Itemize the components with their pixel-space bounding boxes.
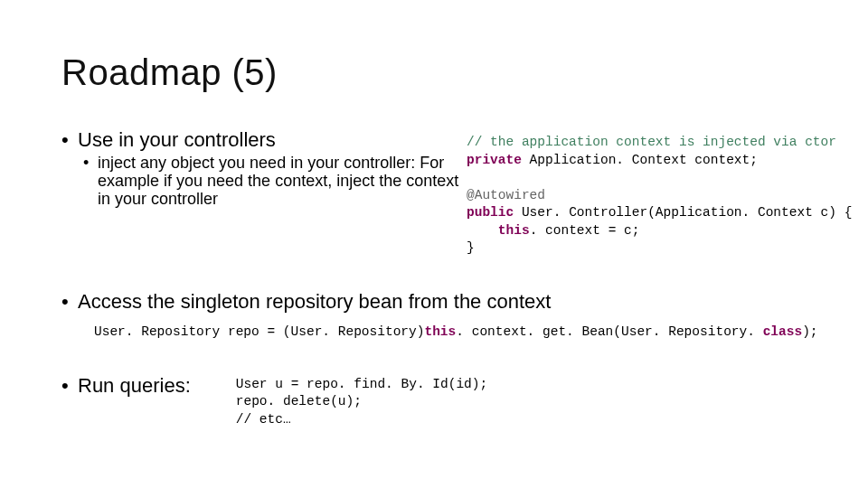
code-text: . context. get. Bean(User. Repository. (456, 324, 762, 339)
left-column: Use in your controllers inject any objec… (61, 128, 459, 258)
bullet-run-queries: Run queries: (61, 374, 191, 397)
code-text: User u = repo. find. By. Id(id); (236, 377, 495, 391)
code-keyword-this: this (424, 324, 456, 339)
code-text: repo. delete(u); (236, 394, 370, 408)
bullet-text: Run queries: (78, 374, 191, 397)
code-comment: // the application context is injected v… (467, 135, 836, 149)
right-column: // the application context is injected v… (467, 128, 852, 258)
code-keyword-this: this (498, 223, 530, 238)
code-text: ); (802, 324, 826, 339)
code-text: // etc… (236, 412, 291, 427)
bullet-text: Use in your controllers (78, 128, 276, 151)
code-annotation: @Autowired (467, 188, 545, 202)
code-text: User. Controller(Application. Context c)… (514, 205, 852, 220)
code-text: context; (694, 153, 765, 167)
code-keyword-class: class (763, 324, 803, 339)
code-block-queries: User u = repo. find. By. Id(id); repo. d… (236, 376, 495, 429)
sub-bullet-inject: inject any object you need in your contr… (83, 155, 459, 208)
bullet-text: Access the singleton repository bean fro… (78, 290, 551, 313)
code-block-get-bean: User. Repository repo = (User. Repositor… (94, 324, 841, 342)
section-run-queries: Run queries: User u = repo. find. By. Id… (61, 374, 841, 429)
code-text: Application. Context (522, 153, 694, 167)
section-access-bean: Access the singleton repository bean fro… (61, 290, 841, 342)
bullet-text: inject any object you need in your contr… (98, 155, 459, 208)
code-block-context-injection: // the application context is injected v… (467, 134, 852, 258)
code-text: . context = c; (530, 223, 648, 238)
code-keyword-public: public (467, 205, 514, 220)
slide-content: Use in your controllers inject any objec… (61, 128, 841, 428)
slide-title: Roadmap (5) (61, 52, 278, 93)
two-column-row: Use in your controllers inject any objec… (61, 128, 841, 258)
code-text: User. Repository repo = (User. Repositor… (94, 324, 424, 339)
code-keyword-private: private (467, 153, 522, 167)
bullet-access-singleton: Access the singleton repository bean fro… (61, 290, 841, 313)
bullet-use-in-controllers: Use in your controllers (61, 128, 459, 151)
code-text: } (467, 240, 475, 255)
